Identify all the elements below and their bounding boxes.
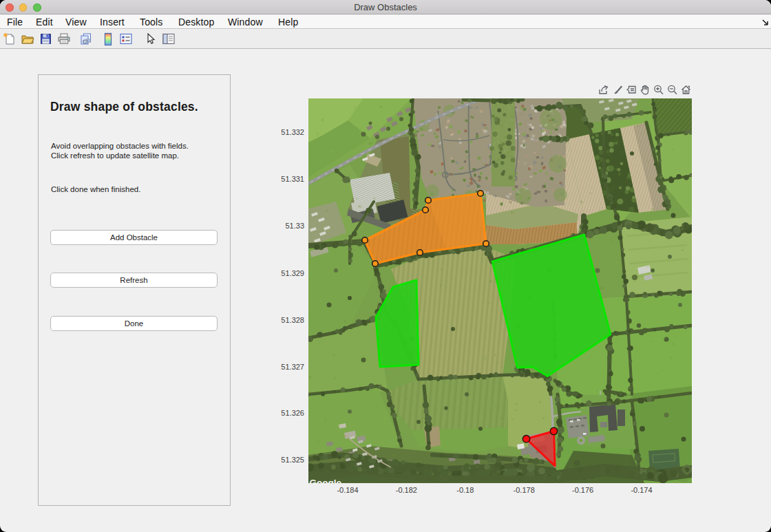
svg-text:Google: Google — [310, 478, 342, 483]
